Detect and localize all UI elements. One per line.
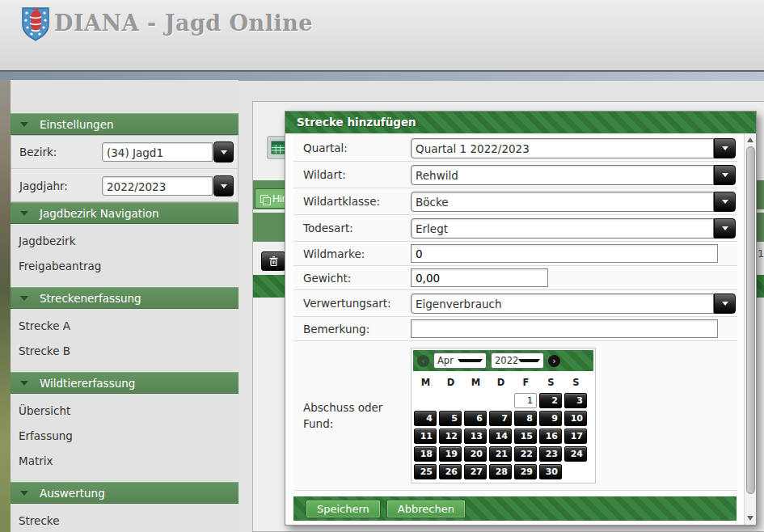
calendar-day-10[interactable]: 10 — [564, 411, 587, 426]
todesart-dropdown[interactable]: Erlegt — [411, 218, 736, 239]
wildartklasse-dropdown-button[interactable] — [714, 192, 736, 212]
calendar-day-26[interactable]: 26 — [439, 464, 462, 479]
dropdown-arrow-icon — [722, 173, 728, 177]
calendar-day-23[interactable]: 23 — [539, 446, 562, 462]
todesart-value[interactable]: Erlegt — [411, 218, 714, 239]
weekday-label: M — [463, 371, 488, 392]
calendar-day-21[interactable]: 21 — [489, 446, 512, 462]
dropdown-arrow-icon — [722, 146, 728, 150]
calendar-day-14[interactable]: 14 — [489, 429, 512, 444]
sidebar-item-freigabeantrag[interactable]: Freigabeantrag — [11, 254, 238, 279]
calendar-day-1[interactable]: 1 — [514, 393, 537, 408]
todesart-label: Todesart: — [303, 222, 411, 234]
scrollbar-down-icon[interactable] — [747, 516, 753, 521]
calendar-day-3[interactable]: 3 — [564, 393, 587, 408]
weekday-label: F — [513, 371, 538, 392]
month-select[interactable]: Apr — [433, 353, 487, 369]
calendar-day-5[interactable]: 5 — [439, 411, 462, 426]
trash-icon — [269, 256, 278, 266]
sidebar-item-strecke-a[interactable]: Strecke A — [11, 314, 238, 339]
quartal-dropdown[interactable]: Quartal 1 2022/2023 — [411, 138, 736, 158]
weekday-label: M — [413, 371, 438, 392]
sidebar-section-streckenerfassung[interactable]: Streckenerfassung — [11, 287, 238, 309]
bezirk-value[interactable]: (34) Jagd1 — [102, 142, 213, 162]
background-photo — [0, 80, 11, 532]
calendar-day-2[interactable]: 2 — [539, 393, 562, 408]
select-arrow-icon — [518, 359, 540, 362]
calendar-day-6[interactable]: 6 — [464, 411, 487, 426]
sidebar-section-wildtiererfassung[interactable]: Wildtiererfassung — [11, 372, 238, 394]
calendar-day-27[interactable]: 27 — [464, 464, 487, 479]
calendar-next-icon[interactable]: › — [548, 355, 560, 367]
wildart-value[interactable]: Rehwild — [411, 165, 714, 185]
collapse-arrow-icon — [20, 296, 28, 301]
wildart-dropdown[interactable]: Rehwild — [411, 165, 736, 185]
delete-button[interactable] — [261, 251, 285, 271]
wildart-dropdown-button[interactable] — [714, 165, 736, 185]
calendar-day-28[interactable]: 28 — [489, 464, 512, 479]
todesart-dropdown-button[interactable] — [714, 218, 736, 239]
calendar-day-17[interactable]: 17 — [564, 429, 587, 444]
scrollbar-thumb[interactable] — [746, 146, 755, 494]
wildart-label: Wildart: — [303, 168, 411, 181]
calendar-day-13[interactable]: 13 — [464, 429, 487, 444]
jagdjahr-row: Jagdjahr: 2022/2023 — [11, 169, 238, 202]
verwertungsart-dropdown[interactable]: Eigenverbrauch — [411, 293, 736, 314]
wildartklasse-value[interactable]: Böcke — [411, 192, 714, 212]
wildmarke-input[interactable] — [411, 244, 718, 263]
sidebar-section-auswertung[interactable]: Auswertung — [11, 482, 238, 504]
sidebar-item--bersicht[interactable]: Übersicht — [11, 399, 238, 424]
calendar-day-9[interactable]: 9 — [539, 411, 562, 426]
calendar-prev-icon[interactable]: ‹ — [417, 355, 429, 367]
scrollbar-up-icon[interactable] — [747, 137, 753, 142]
sidebar-item-jagdbezirk[interactable]: Jagdbezirk — [11, 229, 238, 254]
calendar-day-4[interactable]: 4 — [414, 411, 437, 426]
calendar-day-7[interactable]: 7 — [489, 411, 512, 426]
quartal-dropdown-button[interactable] — [714, 138, 736, 158]
cancel-button[interactable]: Abbrechen — [386, 500, 466, 518]
todesart-row: Todesart: Erlegt — [293, 215, 737, 242]
calendar-day-29[interactable]: 29 — [514, 464, 537, 479]
strecke-hinzufuegen-dialog: Strecke hinzufügen Quartal: Quartal 1 20… — [285, 111, 757, 526]
bezirk-dropdown[interactable]: (34) Jagd1 — [102, 141, 234, 163]
sidebar-section-einstellungen[interactable]: Einstellungen — [11, 113, 238, 135]
sidebar-item-matrix[interactable]: Matrix — [11, 449, 238, 474]
select-arrow-icon — [458, 359, 483, 362]
sidebar-section-jagdbezirk-navigation[interactable]: Jagdbezirk Navigation — [11, 202, 238, 224]
wildartklasse-dropdown[interactable]: Böcke — [411, 192, 736, 212]
calendar-day-25[interactable]: 25 — [414, 464, 437, 479]
bezirk-dropdown-button[interactable] — [213, 141, 234, 163]
year-select[interactable]: 2022 — [491, 353, 544, 369]
save-button[interactable]: Speichern — [306, 500, 381, 518]
app-title: DIANA - Jagd Online — [54, 11, 313, 36]
verwertungsart-value[interactable]: Eigenverbrauch — [411, 293, 714, 314]
calendar-day-20[interactable]: 20 — [464, 446, 487, 462]
verwertungsart-dropdown-button[interactable] — [714, 293, 736, 314]
sidebar-item-erfassung[interactable]: Erfassung — [11, 424, 238, 449]
gewicht-row: Gewicht: — [293, 266, 737, 290]
verwertungsart-label: Verwertungsart: — [303, 297, 411, 310]
dialog-scrollbar[interactable] — [744, 133, 756, 525]
calendar-day-22[interactable]: 22 — [514, 446, 537, 462]
sidebar-section-label: Jagdbezirk Navigation — [40, 207, 159, 220]
calendar-day-12[interactable]: 12 — [439, 429, 462, 444]
calendar-day-18[interactable]: 18 — [414, 446, 437, 462]
quartal-value[interactable]: Quartal 1 2022/2023 — [411, 138, 714, 158]
dropdown-arrow-icon — [221, 184, 227, 188]
calendar-day-16[interactable]: 16 — [539, 429, 562, 444]
calendar-day-11[interactable]: 11 — [414, 429, 437, 444]
jagdjahr-value[interactable]: 2022/2023 — [102, 176, 213, 196]
wildmarke-row: Wildmarke: — [293, 242, 737, 266]
calendar-day-8[interactable]: 8 — [514, 411, 537, 426]
calendar-day-15[interactable]: 15 — [514, 429, 537, 444]
gewicht-input[interactable] — [411, 268, 548, 287]
calendar-day-19[interactable]: 19 — [439, 446, 462, 462]
sidebar-item-strecke[interactable]: Strecke — [11, 509, 238, 532]
calendar-day-30[interactable]: 30 — [539, 464, 562, 479]
jagdjahr-dropdown[interactable]: 2022/2023 — [102, 175, 234, 196]
sidebar-item-strecke-b[interactable]: Strecke B — [11, 339, 238, 364]
jagdjahr-dropdown-button[interactable] — [213, 175, 234, 196]
sidebar: Einstellungen Bezirk: (34) Jagd1 Jagdjah… — [11, 80, 238, 532]
calendar-day-24[interactable]: 24 — [564, 446, 587, 462]
bemerkung-input[interactable] — [411, 319, 718, 338]
